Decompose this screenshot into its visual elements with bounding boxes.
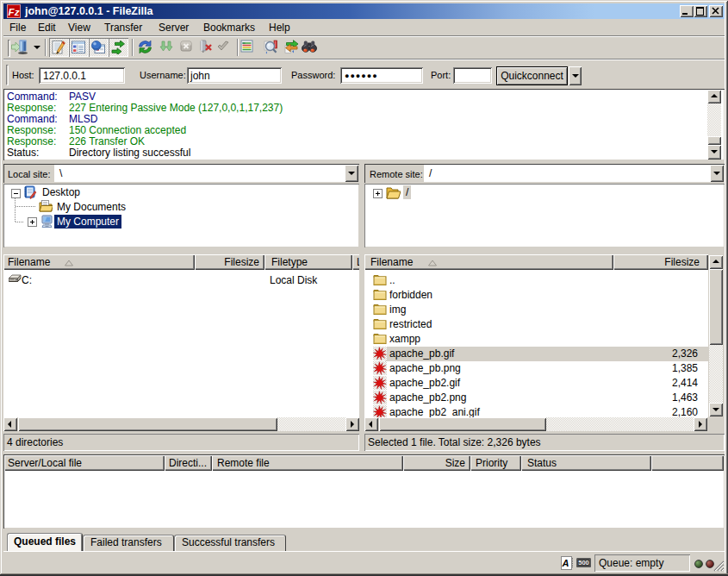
svg-text:Fz: Fz bbox=[9, 7, 20, 17]
svg-text:A: A bbox=[562, 558, 569, 568]
svg-text:500: 500 bbox=[578, 559, 589, 567]
